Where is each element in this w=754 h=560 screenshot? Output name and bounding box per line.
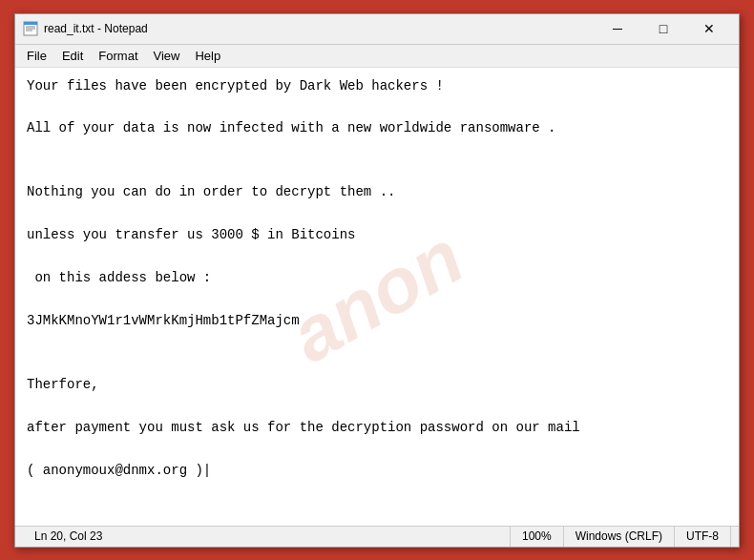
editor-content[interactable]: Your files have been encrypted by Dark W… xyxy=(27,75,727,481)
menu-view[interactable]: View xyxy=(146,47,188,65)
close-button[interactable]: ✕ xyxy=(687,17,731,40)
menu-format[interactable]: Format xyxy=(91,47,145,65)
editor-area[interactable]: anon Your files have been encrypted by D… xyxy=(15,68,739,526)
app-icon xyxy=(23,21,38,36)
status-position: Ln 20, Col 23 xyxy=(23,527,511,547)
window-title: read_it.txt - Notepad xyxy=(44,22,596,35)
menu-file[interactable]: File xyxy=(19,47,54,65)
title-bar: read_it.txt - Notepad ─ □ ✕ xyxy=(15,14,739,45)
status-zoom: 100% xyxy=(511,527,564,547)
status-encoding: UTF-8 xyxy=(675,527,731,547)
window-controls: ─ □ ✕ xyxy=(596,17,731,40)
notepad-window: read_it.txt - Notepad ─ □ ✕ File Edit Fo… xyxy=(14,13,740,548)
svg-rect-1 xyxy=(24,22,37,25)
maximize-button[interactable]: □ xyxy=(641,17,685,40)
menu-edit[interactable]: Edit xyxy=(54,47,91,65)
menu-bar: File Edit Format View Help xyxy=(15,45,739,68)
minimize-button[interactable]: ─ xyxy=(596,17,639,40)
status-bar: Ln 20, Col 23 100% Windows (CRLF) UTF-8 xyxy=(15,526,739,547)
status-line-ending: Windows (CRLF) xyxy=(564,527,675,547)
menu-help[interactable]: Help xyxy=(187,47,228,65)
